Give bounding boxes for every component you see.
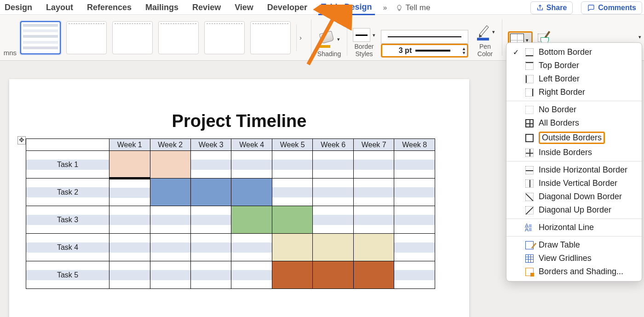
menu-item-left[interactable]: Left Border: [506, 72, 642, 86]
table-header-cell[interactable]: [26, 139, 109, 151]
table-cell[interactable]: [394, 234, 435, 261]
table-cell[interactable]: [150, 179, 190, 206]
table-cell[interactable]: [231, 206, 272, 234]
table-cell[interactable]: [109, 179, 150, 206]
table-header-cell[interactable]: Week 8: [394, 139, 435, 151]
border-styles-button[interactable]: [353, 28, 370, 42]
table-cell[interactable]: [394, 206, 435, 234]
table-move-handle[interactable]: ✥: [17, 136, 26, 144]
table-cell[interactable]: [231, 179, 272, 206]
table-cell[interactable]: [313, 179, 353, 206]
table-header-cell[interactable]: Week 1: [109, 139, 150, 151]
table-cell[interactable]: [353, 151, 394, 179]
menu-item-none[interactable]: No Border: [506, 103, 642, 116]
menu-item-diagu[interactable]: Diagonal Up Border: [506, 203, 642, 217]
table-style-option-6[interactable]: [250, 21, 291, 54]
tab-review[interactable]: Review: [190, 1, 224, 14]
tab-references[interactable]: References: [84, 1, 134, 14]
table-header-cell[interactable]: Week 4: [231, 139, 272, 151]
gantt-table[interactable]: Week 1 Week 2 Week 3 Week 4 Week 5 Week …: [26, 138, 435, 289]
table-cell[interactable]: [272, 179, 312, 206]
comments-button[interactable]: Comments: [581, 1, 642, 14]
table-cell[interactable]: [109, 261, 150, 289]
table-cell[interactable]: [394, 151, 435, 179]
stepper-icon[interactable]: ▴▾: [463, 46, 465, 55]
tab-view[interactable]: View: [232, 1, 256, 14]
table-cell[interactable]: [313, 261, 353, 289]
table-cell[interactable]: [272, 206, 312, 234]
table-cell[interactable]: [272, 261, 312, 289]
tabs-overflow-icon[interactable]: »: [383, 4, 387, 12]
tab-layout[interactable]: Layout: [43, 1, 76, 14]
table-cell[interactable]: [190, 261, 231, 289]
table-style-option-2[interactable]: [66, 21, 107, 54]
table-cell[interactable]: [394, 179, 435, 206]
table-cell[interactable]: [353, 179, 394, 206]
menu-item-outside[interactable]: Outside Borders: [506, 130, 642, 146]
tab-mailings[interactable]: Mailings: [143, 1, 181, 14]
table-cell[interactable]: [190, 206, 231, 234]
table-cell[interactable]: [272, 234, 312, 261]
table-cell[interactable]: [231, 261, 272, 289]
table-cell[interactable]: [394, 261, 435, 289]
menu-item-inside[interactable]: Inside Borders: [506, 146, 642, 159]
table-header-cell[interactable]: Week 6: [313, 139, 353, 151]
chevron-down-icon[interactable]: ▾: [371, 32, 375, 38]
table-cell[interactable]: [109, 206, 150, 234]
table-cell[interactable]: [353, 206, 394, 234]
table-style-option-3[interactable]: [112, 21, 153, 54]
table-cell[interactable]: [231, 151, 272, 179]
menu-item-hzline[interactable]: A≡A≡Horizontal Line: [506, 221, 642, 234]
lightbulb-icon: [396, 3, 403, 13]
table-cell[interactable]: [190, 151, 231, 179]
table-cell[interactable]: [190, 234, 231, 261]
table-cell[interactable]: [353, 234, 394, 261]
table-cell[interactable]: [150, 151, 190, 179]
pen-color-button[interactable]: ▾: [474, 22, 496, 42]
menu-item-label: Inside Borders: [539, 148, 592, 157]
menu-item-top[interactable]: Top Border: [506, 59, 642, 72]
tell-me-search[interactable]: Tell me: [396, 3, 431, 13]
table-rowhead-cell[interactable]: Task 5: [26, 261, 109, 289]
table-style-option-1[interactable]: [20, 21, 61, 54]
table-rowhead-cell[interactable]: Task 4: [26, 234, 109, 261]
menu-item-right[interactable]: Right Border: [506, 86, 642, 99]
table-style-option-4[interactable]: [158, 21, 199, 54]
table-rowhead-cell[interactable]: Task 2: [26, 179, 109, 206]
table-cell[interactable]: [231, 234, 272, 261]
table-header-cell[interactable]: Week 5: [272, 139, 312, 151]
menu-item-inh[interactable]: Inside Horizontal Border: [506, 163, 642, 177]
left-icon: [525, 75, 534, 84]
menu-item-gridlines[interactable]: View Gridlines: [506, 252, 642, 265]
menu-item-bs[interactable]: Borders and Shading...: [506, 265, 642, 278]
menu-item-label: Horizontal Line: [539, 223, 594, 232]
table-cell[interactable]: [272, 151, 312, 179]
table-header-cell[interactable]: Week 7: [353, 139, 394, 151]
table-rowhead-cell[interactable]: Task 3: [26, 206, 109, 234]
table-cell[interactable]: [313, 151, 353, 179]
pen-width-select[interactable]: 3 pt ▴▾: [381, 44, 468, 58]
table-cell[interactable]: [313, 206, 353, 234]
table-cell[interactable]: [313, 234, 353, 261]
tab-design[interactable]: Design: [2, 1, 35, 14]
table-cell[interactable]: [109, 151, 150, 179]
border-line-style-select[interactable]: ▾: [381, 30, 468, 44]
menu-item-label: View Gridlines: [539, 254, 592, 263]
table-cell[interactable]: [150, 206, 190, 234]
table-cell[interactable]: [353, 261, 394, 289]
menu-item-draw[interactable]: Draw Table: [506, 238, 642, 252]
table-cell[interactable]: [150, 234, 190, 261]
table-cell[interactable]: [190, 179, 231, 206]
menu-item-all[interactable]: All Borders: [506, 116, 642, 130]
table-header-cell[interactable]: Week 2: [150, 139, 190, 151]
table-cell[interactable]: [109, 234, 150, 261]
table-header-cell[interactable]: Week 3: [190, 139, 231, 151]
chevron-down-icon[interactable]: ▾: [491, 29, 495, 35]
table-cell[interactable]: [150, 261, 190, 289]
table-style-option-5[interactable]: [204, 21, 245, 54]
menu-item-bottom[interactable]: ✓Bottom Border: [506, 46, 642, 59]
menu-item-diagd[interactable]: Diagonal Down Border: [506, 190, 642, 203]
menu-item-inv[interactable]: Inside Vertical Border: [506, 177, 642, 190]
table-rowhead-cell[interactable]: Task 1: [26, 151, 109, 179]
share-button[interactable]: Share: [530, 1, 573, 14]
